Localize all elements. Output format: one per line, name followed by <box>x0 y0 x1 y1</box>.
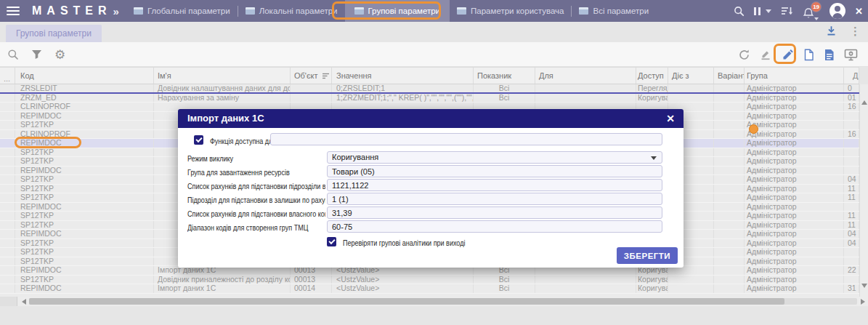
cell-c11: 11 <box>844 212 859 220</box>
edit-underline-icon[interactable] <box>760 49 771 60</box>
cell-c11: 04 <box>844 239 859 248</box>
cell-c6 <box>535 276 636 284</box>
column-header-code[interactable]: Код <box>15 68 154 84</box>
tab-all-params[interactable]: Всі параметри <box>572 0 656 22</box>
scroll-up-arrow[interactable] <box>861 100 867 105</box>
edit-pencil-icon[interactable] <box>781 48 794 61</box>
search-icon[interactable] <box>734 6 745 17</box>
cell-c9 <box>714 166 745 175</box>
document-lines-icon[interactable] <box>824 49 835 61</box>
tab-label: Групові параметри <box>368 7 441 15</box>
top-tabs: Глобальні параметри Локальні параметри Г… <box>126 0 656 22</box>
cell-c5: Всі <box>474 276 535 284</box>
scroll-down-arrow[interactable] <box>861 284 867 288</box>
scroll-left-arrow[interactable] <box>22 299 26 305</box>
save-button[interactable]: ЗБЕРЕГТИ <box>617 247 678 264</box>
cell-c11: 31 <box>844 284 859 293</box>
cell-c0 <box>0 139 15 148</box>
cell-c8 <box>668 284 714 293</box>
column-header-clipped[interactable]: Д <box>844 68 859 84</box>
cell-c10: Адміністратор <box>745 175 844 184</box>
table-row[interactable]: ZRSLEDITДовідник налаштування даних для … <box>0 84 859 94</box>
column-header-name[interactable]: Ім'я <box>154 68 291 84</box>
cell-c11 <box>844 112 859 121</box>
cell-c10: Адміністратор <box>745 212 844 220</box>
cell-c10: Адміністратор <box>745 284 844 293</box>
monitor-settings-icon[interactable] <box>844 49 858 61</box>
subdiv-balances-input[interactable] <box>327 193 662 205</box>
cell-c1: CLRINOPROF <box>15 103 154 111</box>
own-contragent-input[interactable] <box>327 206 662 219</box>
app-window: MASTER » Глобальні параметри Локальні па… <box>0 0 868 325</box>
tab-user-params[interactable]: Параметри користувача <box>450 0 571 22</box>
cell-c0 <box>0 257 15 266</box>
tab-group-params[interactable]: Групові параметри <box>345 0 450 22</box>
vertical-scrollbar[interactable] <box>859 84 868 297</box>
resource-group-input[interactable] <box>327 165 662 177</box>
tab-label: Глобальні параметри <box>147 7 230 15</box>
column-header-value[interactable]: Значення <box>332 68 474 84</box>
dialog-close-icon[interactable]: ✕ <box>666 109 675 128</box>
cell-c0 <box>0 166 15 175</box>
cell-c1: SP12TKP <box>15 121 154 129</box>
cell-c9 <box>714 94 745 103</box>
call-mode-select[interactable]: Коригування <box>327 151 662 164</box>
cell-c6 <box>535 84 636 92</box>
filter-icon[interactable] <box>31 49 42 60</box>
column-header-object[interactable]: Об'єкт <box>291 68 332 84</box>
cell-c11: 16 <box>844 103 859 111</box>
accounts-subdiv-input[interactable] <box>327 179 662 191</box>
cell-c11 <box>844 276 859 284</box>
table-icon <box>457 7 466 15</box>
download-icon[interactable] <box>826 25 837 36</box>
tmc-range-input[interactable] <box>327 220 662 233</box>
tab-label: Всі параметри <box>593 7 649 15</box>
hamburger-icon[interactable] <box>7 7 20 15</box>
cell-c10: Адміністратор <box>745 276 844 284</box>
scrollbar-thumb[interactable] <box>29 298 784 305</box>
tab-global-params[interactable]: Глобальні параметри <box>126 0 238 22</box>
cell-c10: Адміністратор <box>745 185 844 193</box>
function-available-checkbox[interactable] <box>194 135 203 145</box>
pause-menu-icon[interactable] <box>754 7 771 15</box>
table-row[interactable]: ZRZM_EDНарахування за заміну1;ZRZMEDIT;1… <box>0 94 859 103</box>
breadcrumb[interactable]: Групові параметри <box>6 25 102 42</box>
function-name-input[interactable] <box>270 133 662 145</box>
search-icon[interactable] <box>7 49 19 60</box>
table-corner-cell[interactable]: ... <box>0 68 15 84</box>
cell-c4: <UstzValue> <box>332 276 474 284</box>
horizontal-scrollbar[interactable] <box>0 297 868 306</box>
settings-gear-icon[interactable]: ⚙ <box>54 49 65 61</box>
close-app-icon[interactable]: ✕ <box>855 6 863 17</box>
cell-c11 <box>844 148 859 157</box>
cell-c4: 1;ZRZMEDIT;1;"," KREP( )","","","",(""),… <box>332 94 474 103</box>
sort-lines-icon[interactable] <box>781 5 793 17</box>
cell-c3 <box>291 94 332 103</box>
cell-c1: ZRZM_ED <box>15 94 154 103</box>
cell-c4: 0;ZRSLEDIT;1 <box>332 84 474 92</box>
new-document-icon[interactable] <box>803 49 814 61</box>
field-label-accounts-subdiv: Список рахунків для підстановки підрозді… <box>187 182 325 190</box>
column-header-variant[interactable]: Варіант <box>714 68 745 84</box>
column-header-valid-from[interactable]: Діє з <box>668 68 714 84</box>
cell-c10: Адміністратор <box>745 121 844 129</box>
table-row[interactable]: SP12TKPДовідник приналежності до розділу… <box>0 276 859 285</box>
more-options-icon[interactable]: ⋮ <box>850 25 861 36</box>
table-row[interactable]: REPIMDOCІмпорт даних 1С00014<UstzValue>В… <box>0 284 859 294</box>
column-header-indicator[interactable]: Показник <box>474 68 535 84</box>
notification-badge: 19 <box>811 1 822 12</box>
cell-c10: Адміністратор <box>745 166 844 175</box>
column-header-access[interactable]: Доступ <box>636 68 668 84</box>
user-avatar[interactable] <box>830 3 845 19</box>
column-header-group[interactable]: Група <box>745 68 844 84</box>
cell-c0 <box>0 203 15 212</box>
cell-c11: 11 <box>844 221 859 230</box>
scroll-right-arrow[interactable] <box>861 299 865 305</box>
cell-c9 <box>714 284 745 293</box>
notifications-bell-icon[interactable]: 19 <box>803 1 820 20</box>
column-header-for[interactable]: Для <box>535 68 636 84</box>
cell-c0 <box>0 148 15 157</box>
check-analytics-checkbox[interactable] <box>327 237 336 246</box>
tab-local-params[interactable]: Локальні параметри <box>238 0 345 22</box>
refresh-icon[interactable] <box>738 49 750 61</box>
